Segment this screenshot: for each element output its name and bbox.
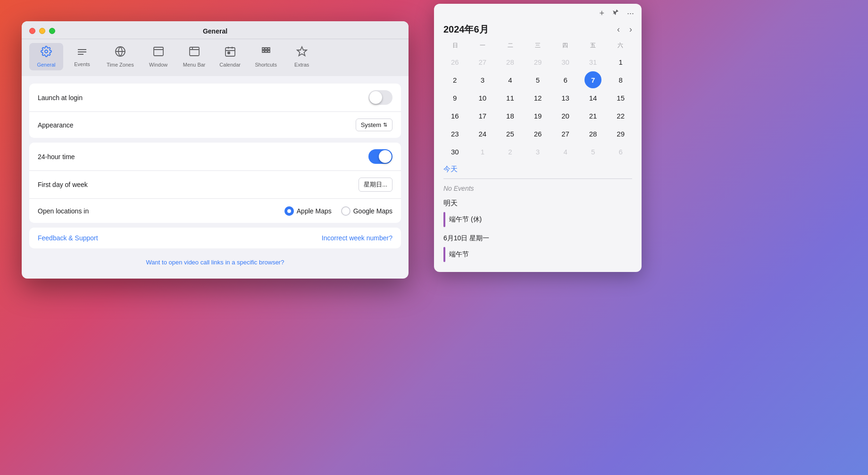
appearance-dropdown[interactable]: System ⇅ bbox=[356, 119, 392, 131]
cal-day-34[interactable]: 29 bbox=[612, 125, 629, 142]
cal-day-9[interactable]: 4 bbox=[501, 71, 518, 88]
cal-day-7[interactable]: 2 bbox=[446, 71, 463, 88]
cal-day-35[interactable]: 30 bbox=[446, 143, 463, 160]
cal-day-41[interactable]: 6 bbox=[612, 143, 629, 160]
svg-rect-11 bbox=[225, 48, 235, 56]
cal-day-29[interactable]: 24 bbox=[474, 125, 491, 142]
tab-general[interactable]: General bbox=[29, 43, 63, 70]
minimize-button[interactable] bbox=[39, 28, 45, 34]
cal-day-11[interactable]: 6 bbox=[557, 71, 574, 88]
maximize-button[interactable] bbox=[49, 28, 55, 34]
cal-day-24[interactable]: 19 bbox=[529, 107, 546, 124]
row-launch-at-login: Launch at login bbox=[29, 84, 401, 111]
tab-calendar[interactable]: Calendar bbox=[213, 43, 247, 70]
cal-day-5[interactable]: 31 bbox=[584, 53, 601, 70]
cal-day-22[interactable]: 17 bbox=[474, 107, 491, 124]
cal-day-16[interactable]: 11 bbox=[501, 89, 518, 106]
launch-at-login-toggle[interactable] bbox=[368, 90, 392, 105]
tomorrow-label: 明天 bbox=[434, 195, 642, 210]
add-event-icon[interactable]: + bbox=[599, 8, 604, 18]
google-maps-radio[interactable] bbox=[341, 206, 351, 216]
cal-day-19[interactable]: 14 bbox=[584, 89, 601, 106]
month-title: 2024年6月 bbox=[443, 23, 489, 36]
video-call-link-container: Want to open video call links in a speci… bbox=[29, 253, 401, 271]
cal-day-27[interactable]: 22 bbox=[612, 107, 629, 124]
more-icon[interactable]: ··· bbox=[627, 8, 634, 18]
weekday-wed: 三 bbox=[524, 40, 551, 51]
launch-at-login-label: Launch at login bbox=[38, 94, 83, 102]
appearance-arrow: ⇅ bbox=[383, 122, 387, 128]
tab-events[interactable]: Events bbox=[65, 44, 99, 70]
cal-day-40[interactable]: 5 bbox=[584, 143, 601, 160]
group-time: 24-hour time First day of week 星期日... Op… bbox=[29, 143, 401, 223]
tab-window[interactable]: Window bbox=[142, 43, 175, 70]
cal-day-17[interactable]: 12 bbox=[529, 89, 546, 106]
incorrect-week-link[interactable]: Incorrect week number? bbox=[322, 234, 392, 242]
cal-day-20[interactable]: 15 bbox=[612, 89, 629, 106]
cal-day-10[interactable]: 5 bbox=[529, 71, 546, 88]
calendar-header: 2024年6月 ‹ › bbox=[434, 21, 642, 40]
apple-maps-option[interactable]: Apple Maps bbox=[284, 206, 332, 216]
cal-day-6[interactable]: 1 bbox=[612, 53, 629, 70]
event-2-dot bbox=[443, 247, 445, 262]
calendar-grid: 日 一 二 三 四 五 六 26272829303112345678910111… bbox=[434, 40, 642, 160]
cal-day-8[interactable]: 3 bbox=[474, 71, 491, 88]
svg-rect-8 bbox=[190, 47, 199, 56]
date-2-label: 6月10日 星期一 bbox=[434, 229, 642, 245]
settings-content: Launch at login Appearance System ⇅ 24-h… bbox=[22, 76, 409, 279]
traffic-lights bbox=[29, 28, 55, 34]
video-call-link[interactable]: Want to open video call links in a speci… bbox=[146, 259, 284, 266]
google-maps-option[interactable]: Google Maps bbox=[341, 206, 392, 216]
cal-day-3[interactable]: 29 bbox=[529, 53, 546, 70]
cal-day-39[interactable]: 4 bbox=[557, 143, 574, 160]
cal-day-25[interactable]: 20 bbox=[557, 107, 574, 124]
svg-rect-6 bbox=[154, 47, 163, 56]
apple-maps-label: Apple Maps bbox=[297, 207, 332, 215]
prev-month-button[interactable]: ‹ bbox=[617, 25, 620, 34]
cal-day-21[interactable]: 16 bbox=[446, 107, 463, 124]
tab-shortcuts[interactable]: Shortcuts bbox=[249, 43, 283, 70]
weekday-tue: 二 bbox=[497, 40, 524, 51]
tab-timezones[interactable]: Time Zones bbox=[101, 43, 140, 70]
cal-day-4[interactable]: 30 bbox=[557, 53, 574, 70]
24hour-toggle[interactable] bbox=[368, 149, 392, 164]
close-button[interactable] bbox=[29, 28, 35, 34]
google-maps-label: Google Maps bbox=[353, 207, 392, 215]
svg-marker-16 bbox=[297, 47, 307, 56]
cal-day-23[interactable]: 18 bbox=[501, 107, 518, 124]
feedback-link[interactable]: Feedback & Support bbox=[38, 234, 98, 242]
cal-day-31[interactable]: 26 bbox=[529, 125, 546, 142]
cal-day-12[interactable]: 7 bbox=[584, 71, 601, 88]
today-section: 今天 bbox=[434, 160, 642, 176]
cal-day-30[interactable]: 25 bbox=[501, 125, 518, 142]
weekday-thu: 四 bbox=[551, 40, 579, 51]
weekday-sun: 日 bbox=[442, 40, 469, 51]
tab-extras[interactable]: Extras bbox=[285, 43, 319, 70]
calendar-top-bar: + ··· bbox=[434, 4, 642, 21]
tab-menubar[interactable]: Menu Bar bbox=[177, 43, 211, 70]
cal-day-36[interactable]: 1 bbox=[474, 143, 491, 160]
cal-day-14[interactable]: 9 bbox=[446, 89, 463, 106]
calendar-nav: ‹ › bbox=[617, 25, 632, 34]
cal-day-26[interactable]: 21 bbox=[584, 107, 601, 124]
event-1: 端午节 (休) bbox=[434, 210, 642, 229]
apple-maps-radio[interactable] bbox=[284, 206, 294, 216]
svg-rect-15 bbox=[228, 52, 230, 54]
cal-day-37[interactable]: 2 bbox=[501, 143, 518, 160]
cal-day-38[interactable]: 3 bbox=[529, 143, 546, 160]
cal-day-1[interactable]: 27 bbox=[474, 53, 491, 70]
cal-day-13[interactable]: 8 bbox=[612, 71, 629, 88]
timezones-icon bbox=[115, 46, 126, 60]
cal-day-18[interactable]: 13 bbox=[557, 89, 574, 106]
menubar-icon bbox=[189, 46, 200, 60]
cal-day-33[interactable]: 28 bbox=[584, 125, 601, 142]
cal-day-15[interactable]: 10 bbox=[474, 89, 491, 106]
cal-day-28[interactable]: 23 bbox=[446, 125, 463, 142]
cal-day-2[interactable]: 28 bbox=[501, 53, 518, 70]
calendar-icon bbox=[225, 46, 236, 60]
first-day-dropdown[interactable]: 星期日... bbox=[359, 178, 392, 192]
cal-day-0[interactable]: 26 bbox=[446, 53, 463, 70]
pin-icon[interactable] bbox=[612, 8, 619, 18]
cal-day-32[interactable]: 27 bbox=[557, 125, 574, 142]
next-month-button[interactable]: › bbox=[629, 25, 632, 34]
